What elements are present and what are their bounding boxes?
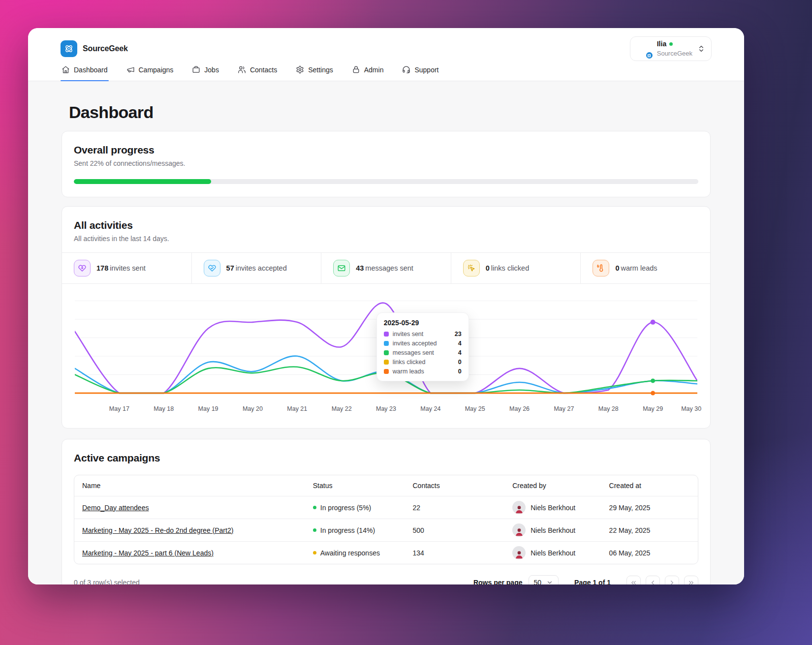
chart-x-axis: May 17May 18May 19May 20May 21May 22May … bbox=[75, 403, 697, 416]
activity-stats-row: 178invites sent 57invites accepted 43mes… bbox=[62, 252, 710, 284]
campaign-link[interactable]: Marketing - May 2025 - Re-do 2nd degree … bbox=[82, 526, 233, 534]
x-axis-label: May 25 bbox=[465, 405, 485, 412]
nav-tab-dashboard[interactable]: Dashboard bbox=[61, 65, 109, 81]
creator-avatar bbox=[512, 501, 526, 514]
rows-per-page-select[interactable]: 50 bbox=[529, 575, 559, 584]
first-page-button[interactable] bbox=[626, 576, 641, 585]
campaign-link[interactable]: Demo_Day attendees bbox=[82, 504, 149, 512]
status-dot bbox=[313, 506, 316, 509]
last-page-button[interactable] bbox=[684, 576, 698, 585]
stat-invites-accepted: 57invites accepted bbox=[191, 253, 321, 283]
user-menu[interactable]: Ilia SourceGeek bbox=[630, 36, 712, 61]
nav-tab-jobs[interactable]: Jobs bbox=[191, 65, 220, 81]
series-swatch bbox=[384, 332, 389, 337]
stat-value: 43 bbox=[356, 264, 364, 272]
stat-value: 0 bbox=[615, 264, 619, 272]
x-axis-label: May 29 bbox=[643, 405, 663, 412]
table-row[interactable]: Demo_Day attendees In progress (5%) 22 N… bbox=[74, 496, 698, 519]
stat-messages-sent: 43messages sent bbox=[321, 253, 451, 283]
active-campaigns-title: Active campaigns bbox=[74, 452, 698, 464]
chevrons-left-icon bbox=[630, 579, 637, 585]
app-header: SourceGeek Ilia bbox=[28, 28, 744, 81]
table-row[interactable]: Marketing - May 2025 - part 6 (New Leads… bbox=[74, 542, 698, 564]
all-activities-subtitle: All activities in the last 14 days. bbox=[74, 235, 698, 243]
tooltip-row: warm leads 0 bbox=[384, 368, 462, 375]
all-activities-card: All activities All activities in the las… bbox=[62, 206, 711, 429]
x-axis-label: May 28 bbox=[598, 405, 619, 412]
sourcegeek-badge-icon bbox=[645, 51, 654, 60]
briefcase-icon bbox=[192, 65, 200, 74]
x-axis-label: May 17 bbox=[109, 405, 129, 412]
column-header-created-at: Created at bbox=[601, 475, 698, 496]
creator-name: Niels Berkhout bbox=[531, 549, 575, 557]
table-row[interactable]: Marketing - May 2025 - Re-do 2nd degree … bbox=[74, 519, 698, 542]
creator-avatar bbox=[512, 546, 526, 559]
sourcegeek-logo-icon bbox=[61, 40, 77, 57]
series-swatch bbox=[384, 369, 389, 374]
created-at: 29 May, 2025 bbox=[601, 496, 698, 519]
nav-tab-campaigns[interactable]: Campaigns bbox=[125, 65, 175, 81]
created-at: 06 May, 2025 bbox=[601, 542, 698, 564]
tooltip-label: messages sent bbox=[393, 349, 434, 356]
table-header-row: Name Status Contacts Created by Created … bbox=[74, 475, 698, 496]
active-campaigns-card: Active campaigns Name Status Contacts Cr… bbox=[62, 439, 711, 584]
selection-summary: 0 of 3 row(s) selected bbox=[74, 579, 140, 584]
nav-tab-admin[interactable]: Admin bbox=[351, 65, 385, 81]
chevron-down-icon bbox=[546, 579, 553, 584]
tooltip-label: warm leads bbox=[393, 368, 424, 375]
stat-label: invites sent bbox=[110, 264, 146, 272]
stat-warm-leads: 0warm leads bbox=[580, 253, 710, 283]
mail-check-icon bbox=[333, 260, 350, 276]
nav-tab-label: Settings bbox=[308, 66, 333, 74]
tooltip-row: invites sent 23 bbox=[384, 331, 462, 338]
previous-page-button[interactable] bbox=[646, 576, 660, 585]
users-icon bbox=[238, 65, 246, 74]
overall-progress-card: Overall progress Sent 22% of connections… bbox=[62, 131, 711, 197]
gear-icon bbox=[296, 65, 304, 74]
contacts-count: 22 bbox=[405, 496, 505, 519]
nav-tab-support[interactable]: Support bbox=[401, 65, 439, 81]
brand: SourceGeek bbox=[61, 40, 128, 57]
user-name: Ilia bbox=[657, 40, 666, 48]
stat-label: links clicked bbox=[491, 264, 529, 272]
nav-tab-label: Jobs bbox=[204, 66, 219, 74]
nav-tab-label: Contacts bbox=[250, 66, 277, 74]
thermometer-icon bbox=[593, 260, 609, 276]
user-avatar bbox=[633, 39, 652, 58]
status-dot bbox=[313, 551, 316, 554]
overall-progress-subtitle: Sent 22% of connections/messages. bbox=[74, 159, 698, 167]
nav-tab-label: Admin bbox=[364, 66, 384, 74]
stat-label: invites accepted bbox=[236, 264, 287, 272]
status-dot bbox=[313, 528, 316, 532]
contacts-count: 134 bbox=[405, 542, 505, 564]
x-axis-label: May 19 bbox=[198, 405, 219, 412]
nav-tab-contacts[interactable]: Contacts bbox=[237, 65, 278, 81]
x-axis-label: May 22 bbox=[332, 405, 352, 412]
tooltip-row: invites accepted 4 bbox=[384, 340, 462, 347]
page-content: Dashboard Overall progress Sent 22% of c… bbox=[28, 81, 744, 584]
megaphone-icon bbox=[126, 65, 135, 74]
tooltip-value: 23 bbox=[455, 331, 462, 338]
app-window: SourceGeek Ilia bbox=[28, 28, 744, 584]
highlight-dot-invites-sent bbox=[651, 320, 656, 325]
home-icon bbox=[62, 65, 70, 74]
activities-chart-area: May 17May 18May 19May 20May 21May 22May … bbox=[62, 284, 710, 423]
creator-avatar bbox=[512, 523, 526, 537]
overall-progress-title: Overall progress bbox=[74, 144, 698, 156]
tooltip-label: links clicked bbox=[393, 359, 426, 366]
stat-label: messages sent bbox=[365, 264, 413, 272]
main-nav: Dashboard Campaigns Jobs Contacts Settin… bbox=[61, 65, 712, 81]
nav-tab-label: Support bbox=[414, 66, 438, 74]
chevron-right-icon bbox=[668, 579, 676, 585]
nav-tab-label: Campaigns bbox=[139, 66, 174, 74]
x-axis-label: May 27 bbox=[554, 405, 574, 412]
table-footer: 0 of 3 row(s) selected Rows per page 50 … bbox=[74, 575, 698, 584]
chevrons-up-down-icon bbox=[697, 45, 705, 53]
campaign-link[interactable]: Marketing - May 2025 - part 6 (New Leads… bbox=[82, 549, 214, 557]
heart-check-icon bbox=[204, 260, 220, 276]
nav-tab-settings[interactable]: Settings bbox=[295, 65, 334, 81]
next-page-button[interactable] bbox=[665, 576, 679, 585]
user-org: SourceGeek bbox=[657, 50, 692, 57]
cursor-click-icon bbox=[463, 260, 480, 276]
column-header-status: Status bbox=[305, 475, 405, 496]
